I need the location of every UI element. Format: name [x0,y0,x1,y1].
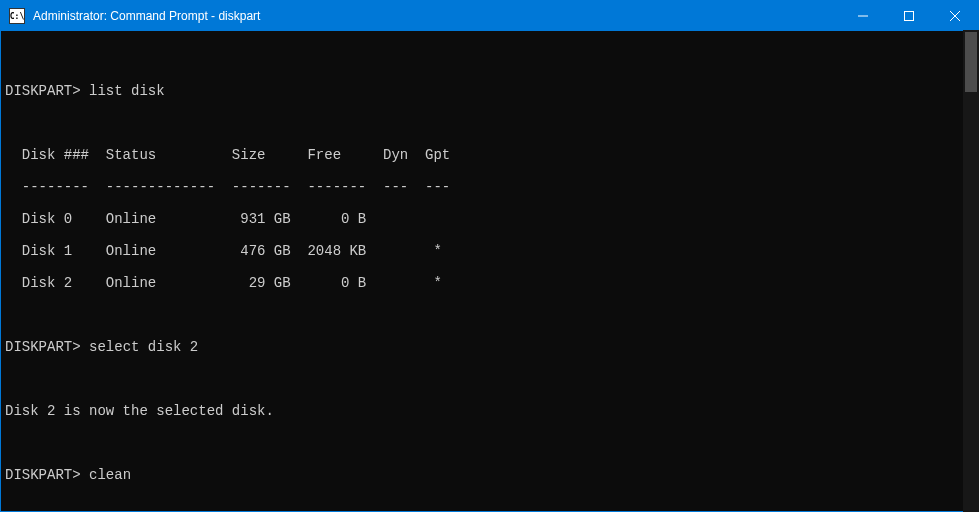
command-text: list disk [89,83,165,99]
blank-line [5,371,974,387]
svg-rect-1 [905,12,914,21]
command-text: select disk 2 [89,339,198,355]
prompt-line: DISKPART> clean [5,467,974,483]
table-row: Disk 2 Online 29 GB 0 B * [5,275,974,291]
table-header: Disk ### Status Size Free Dyn Gpt [5,147,974,163]
prompt-line: DISKPART> select disk 2 [5,339,974,355]
output-message: Disk 2 is now the selected disk. [5,403,974,419]
terminal-output[interactable]: DISKPART> list disk Disk ### Status Size… [1,31,978,511]
command-prompt-window: C:\ Administrator: Command Prompt - disk… [0,0,979,512]
blank-line [5,51,974,67]
blank-line [5,307,974,323]
table-row: Disk 1 Online 476 GB 2048 KB * [5,243,974,259]
table-row: Disk 0 Online 931 GB 0 B [5,211,974,227]
close-button[interactable] [932,1,978,31]
vertical-scrollbar[interactable] [963,30,979,512]
prompt-line: DISKPART> list disk [5,83,974,99]
titlebar[interactable]: C:\ Administrator: Command Prompt - disk… [1,1,978,31]
table-divider: -------- ------------- ------- ------- -… [5,179,974,195]
blank-line [5,435,974,451]
command-text: clean [89,467,131,483]
prompt: DISKPART> [5,339,81,355]
minimize-icon [858,11,868,21]
window-title: Administrator: Command Prompt - diskpart [33,9,840,23]
close-icon [950,11,960,21]
prompt: DISKPART> [5,83,81,99]
window-controls [840,1,978,31]
maximize-icon [904,11,914,21]
blank-line [5,499,974,511]
minimize-button[interactable] [840,1,886,31]
prompt: DISKPART> [5,467,81,483]
maximize-button[interactable] [886,1,932,31]
scrollbar-thumb[interactable] [965,32,977,92]
blank-line [5,115,974,131]
app-icon: C:\ [9,8,25,24]
